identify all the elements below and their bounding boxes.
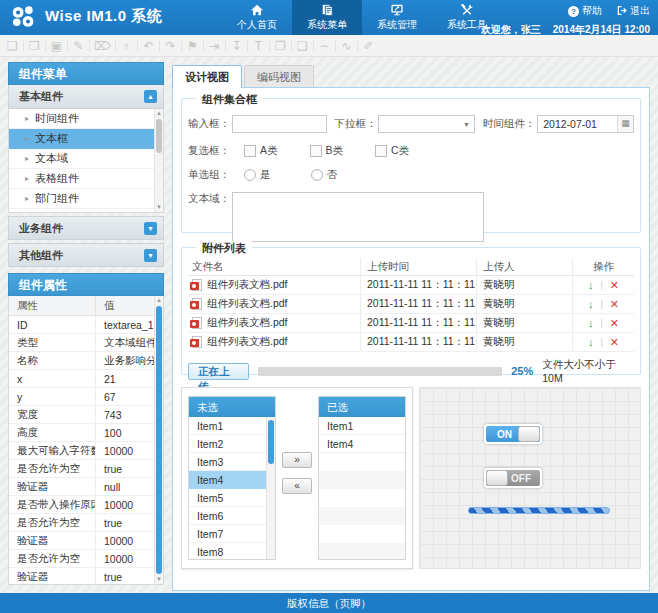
text-input[interactable] bbox=[232, 115, 327, 133]
list-item[interactable]: Item8 bbox=[189, 543, 267, 560]
attachment-file-cell: 组件列表文档.pdf bbox=[188, 278, 360, 292]
checkbox[interactable] bbox=[310, 145, 322, 157]
scroll-down-icon[interactable]: ▼ bbox=[155, 575, 163, 584]
attachment-row: 组件列表文档.pdf2011-11-11 11：11：11黄晓明↓|✕ bbox=[188, 276, 634, 295]
property-value: 10000 bbox=[95, 532, 156, 549]
new-file-icon[interactable]: ❏ bbox=[6, 39, 19, 53]
pencil-icon[interactable]: ✐ bbox=[362, 39, 375, 53]
list-scrollbar[interactable]: ▲ ▼ bbox=[154, 109, 163, 212]
transfer-buttons: » « bbox=[282, 452, 312, 494]
open-folder-icon[interactable]: ❒ bbox=[28, 39, 41, 53]
font-icon[interactable]: T bbox=[252, 39, 265, 53]
nav-item-menu[interactable]: 系统菜单 bbox=[292, 0, 362, 35]
pdf-icon bbox=[192, 317, 202, 329]
mark-down-icon[interactable]: ↧ bbox=[230, 39, 243, 53]
tab-code-view[interactable]: 编码视图 bbox=[244, 65, 314, 88]
ops-divider: | bbox=[600, 318, 602, 328]
expand-icon[interactable]: ▾ bbox=[144, 249, 157, 262]
list-item[interactable]: Item3 bbox=[189, 453, 267, 471]
accordion-other-components[interactable]: 其他组件 ▾ bbox=[8, 243, 164, 267]
download-icon[interactable]: ↓ bbox=[588, 336, 594, 348]
list-item[interactable]: Item1 bbox=[319, 417, 405, 435]
undo-icon[interactable]: ↶ bbox=[142, 39, 155, 53]
list-item[interactable]: Item6 bbox=[189, 507, 267, 525]
download-icon[interactable]: ↓ bbox=[588, 298, 594, 310]
wave-icon[interactable]: ∼ bbox=[318, 39, 331, 53]
logout-button[interactable]: 退出 bbox=[616, 4, 650, 18]
move-right-button[interactable]: » bbox=[282, 452, 312, 468]
list-item[interactable]: Item2 bbox=[189, 435, 267, 453]
uploading-button[interactable]: 正在上传 bbox=[188, 363, 249, 380]
toggle-knob[interactable] bbox=[486, 470, 508, 486]
publish-icon[interactable]: ♁ bbox=[120, 39, 133, 53]
spline-icon[interactable]: ∿ bbox=[340, 39, 353, 53]
checkbox[interactable] bbox=[244, 145, 256, 157]
delete-icon[interactable]: ✕ bbox=[610, 336, 619, 349]
attachment-time-cell: 2011-11-11 11：11：11 bbox=[360, 333, 476, 351]
component-item[interactable]: ▸时间组件 bbox=[9, 109, 154, 129]
collapse-icon[interactable]: ▴ bbox=[144, 90, 157, 103]
radio-button[interactable] bbox=[311, 169, 323, 181]
property-value: 10000 bbox=[95, 442, 156, 459]
component-item[interactable]: ▸文本框 bbox=[9, 129, 154, 149]
main-area: 设计视图 编码视图 组件集合框 输入框： 下拉框： ▼ 时间组件： bbox=[172, 62, 650, 591]
scrollbar-thumb[interactable] bbox=[156, 306, 162, 574]
list-item[interactable]: Item5 bbox=[189, 489, 267, 507]
move-left-button[interactable]: « bbox=[282, 478, 312, 494]
redo-icon[interactable]: ↷ bbox=[164, 39, 177, 53]
download-icon[interactable]: ↓ bbox=[588, 317, 594, 329]
nav-item-home[interactable]: 个人首页 bbox=[222, 0, 292, 35]
download-icon[interactable]: ↓ bbox=[588, 279, 594, 291]
property-row: 高度100 bbox=[9, 424, 156, 442]
doc-up-icon[interactable]: ❐ bbox=[274, 39, 287, 53]
checkbox[interactable] bbox=[375, 145, 387, 157]
list-item[interactable]: Item4 bbox=[319, 435, 405, 453]
list-item[interactable]: Item7 bbox=[189, 525, 267, 543]
props-scrollbar[interactable]: ▲ ▼ bbox=[154, 296, 163, 584]
dropdown-select[interactable]: ▼ bbox=[378, 115, 475, 133]
list-item[interactable]: Item1 bbox=[189, 417, 267, 435]
scrollbar-thumb[interactable] bbox=[268, 420, 274, 464]
date-input[interactable]: 2012-07-01 ▦ bbox=[537, 115, 634, 133]
tab-design-view[interactable]: 设计视图 bbox=[172, 65, 242, 88]
property-name: 是否带入操作原因 bbox=[9, 498, 95, 512]
scroll-up-icon[interactable]: ▲ bbox=[155, 296, 163, 305]
unselected-list: 未选 Item1Item2Item3Item4Item5Item6Item7It… bbox=[188, 396, 276, 560]
doc-info-icon[interactable]: ❑ bbox=[296, 39, 309, 53]
property-value: 10000 bbox=[95, 550, 156, 567]
toggle-off[interactable]: OFF bbox=[484, 468, 542, 488]
save-icon[interactable]: ▣ bbox=[50, 39, 63, 53]
help-button[interactable]: ? 帮助 bbox=[568, 4, 602, 18]
accordion-business-components[interactable]: 业务组件 ▾ bbox=[8, 216, 164, 240]
attachment-user-cell: 黄晓明 bbox=[476, 314, 572, 332]
attachment-file-name: 组件列表文档.pdf bbox=[207, 297, 288, 311]
calendar-icon[interactable]: ▦ bbox=[617, 116, 633, 132]
scroll-down-icon[interactable]: ▼ bbox=[155, 203, 163, 212]
component-item-label: 文本域 bbox=[35, 151, 68, 166]
toggle-knob[interactable] bbox=[518, 426, 540, 442]
toggle-on[interactable]: ON bbox=[484, 424, 542, 444]
component-item[interactable]: ▸文本域 bbox=[9, 149, 154, 169]
expand-icon[interactable]: ▾ bbox=[144, 222, 157, 235]
upload-size-hint: 文件大小不小于10M bbox=[542, 358, 634, 384]
list-scrollbar[interactable] bbox=[266, 417, 275, 559]
component-item[interactable]: ▸表格组件 bbox=[9, 169, 154, 189]
delete-icon[interactable]: ✕ bbox=[610, 317, 619, 330]
nav-item-monitor[interactable]: 系统管理 bbox=[362, 0, 432, 35]
delete-icon[interactable]: ✕ bbox=[610, 298, 619, 311]
edit-icon[interactable]: ✎ bbox=[72, 39, 85, 53]
component-item[interactable]: ▸部门组件 bbox=[9, 189, 154, 209]
accordion-basic-components[interactable]: 基本组件 ▴ bbox=[8, 85, 164, 109]
scrollbar-thumb[interactable] bbox=[156, 119, 162, 153]
flag-icon[interactable]: ⚑ bbox=[186, 39, 199, 53]
pdf-icon bbox=[192, 298, 202, 310]
scroll-up-icon[interactable]: ▲ bbox=[155, 109, 163, 118]
attachment-row: 组件列表文档.pdf2011-11-11 11：11：11黄晓明↓|✕ bbox=[188, 314, 634, 333]
textarea-input[interactable] bbox=[232, 192, 484, 242]
radio-button[interactable] bbox=[244, 169, 256, 181]
delete-icon[interactable]: ⌦ bbox=[94, 39, 111, 53]
list-item[interactable]: Item4 bbox=[189, 471, 267, 489]
delete-icon[interactable]: ✕ bbox=[610, 279, 619, 292]
nav-label: 系统菜单 bbox=[307, 18, 347, 32]
indent-icon[interactable]: ⇥ bbox=[208, 39, 221, 53]
